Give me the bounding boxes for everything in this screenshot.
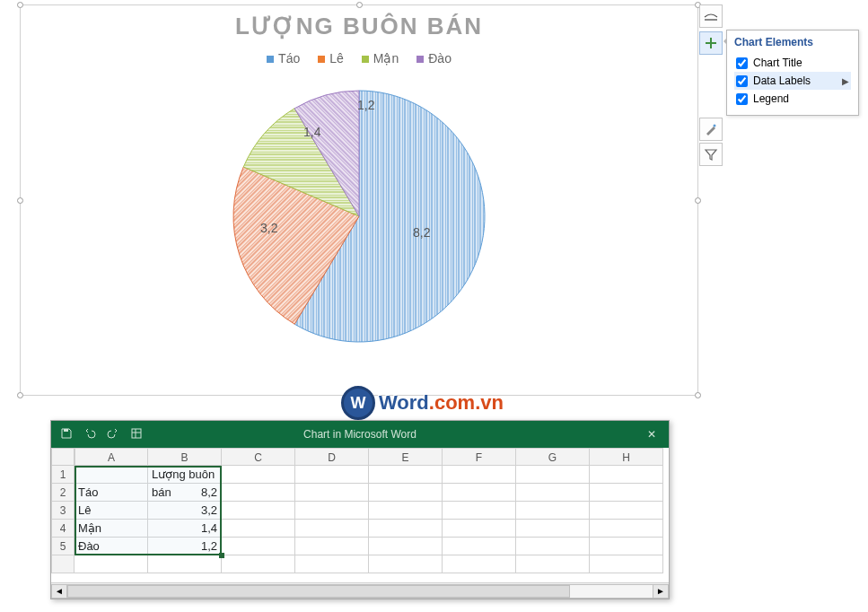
fill-handle[interactable] [219, 553, 224, 558]
cell[interactable] [590, 484, 663, 502]
row-header[interactable]: 3 [51, 502, 75, 520]
column-header[interactable]: B [148, 448, 222, 466]
chart-data-window[interactable]: Chart in Microsoft Word ✕ ABCDEFGH 1Lượn… [50, 420, 670, 599]
cell[interactable] [222, 555, 295, 573]
data-label[interactable]: 1,2 [357, 98, 374, 112]
cell[interactable] [369, 538, 443, 555]
data-label[interactable]: 1,4 [303, 125, 320, 139]
resize-handle[interactable] [17, 197, 23, 204]
excel-titlebar[interactable]: Chart in Microsoft Word ✕ [51, 421, 669, 448]
chart-title[interactable]: LƯỢNG BUÔN BÁN [21, 13, 697, 40]
resize-handle[interactable] [17, 392, 23, 398]
cell[interactable] [222, 466, 295, 484]
chart-element-option[interactable]: Chart Title [734, 54, 851, 72]
column-header[interactable]: H [590, 448, 663, 466]
cell[interactable] [590, 502, 663, 520]
cell[interactable] [443, 484, 516, 502]
checkbox[interactable] [736, 57, 748, 69]
pie-chart[interactable]: 8,23,21,41,2 [224, 82, 494, 351]
scrollbar-track[interactable] [67, 584, 653, 599]
column-header[interactable]: C [222, 448, 295, 466]
cell[interactable] [516, 484, 590, 502]
legend-item[interactable]: Mận [362, 51, 399, 66]
cell[interactable] [222, 502, 295, 520]
cell[interactable]: 8,2 [148, 484, 222, 502]
row-header[interactable]: 5 [51, 538, 75, 555]
cell[interactable] [222, 520, 295, 538]
chart-legend[interactable]: TáoLêMậnĐào [21, 51, 697, 66]
resize-handle[interactable] [695, 392, 701, 398]
scroll-right-button[interactable]: ► [653, 584, 669, 599]
cell[interactable] [443, 466, 516, 484]
cell[interactable]: 3,2 [148, 502, 222, 520]
cell[interactable] [443, 538, 516, 555]
cell[interactable]: 1,4 [148, 520, 222, 538]
cell[interactable] [443, 520, 516, 538]
column-header[interactable]: A [75, 448, 148, 466]
cell[interactable] [369, 520, 443, 538]
cell[interactable] [295, 520, 369, 538]
cell[interactable] [295, 555, 369, 573]
select-all-cell[interactable] [51, 448, 75, 466]
save-icon[interactable] [60, 427, 73, 442]
cell[interactable] [443, 555, 516, 573]
cell[interactable]: Lượng buôn bán [148, 466, 222, 484]
checkbox[interactable] [736, 93, 748, 105]
cell[interactable] [148, 555, 222, 573]
cell[interactable]: Đào [75, 538, 148, 555]
redo-icon[interactable] [107, 427, 119, 442]
row-header[interactable]: 2 [51, 484, 75, 502]
checkbox[interactable] [736, 75, 748, 87]
data-label[interactable]: 8,2 [413, 225, 430, 240]
row-header[interactable]: 4 [51, 520, 75, 538]
chart-styles-button[interactable] [699, 118, 723, 141]
cell[interactable] [590, 520, 663, 538]
data-label[interactable]: 3,2 [260, 221, 277, 235]
cell[interactable] [516, 538, 590, 555]
cell[interactable] [369, 466, 443, 484]
excel-grid[interactable]: ABCDEFGH 1Lượng buôn bán2Táo8,23Lê3,24Mậ… [51, 448, 669, 573]
cell[interactable] [516, 555, 590, 573]
cell[interactable] [590, 538, 663, 555]
undo-icon[interactable] [83, 427, 96, 442]
cell[interactable] [222, 484, 295, 502]
column-header[interactable]: D [295, 448, 369, 466]
chart-element-option[interactable]: Legend [734, 90, 851, 108]
row-header[interactable] [51, 555, 75, 573]
cell[interactable]: Lê [75, 502, 148, 520]
resize-handle[interactable] [17, 2, 23, 8]
layout-options-button[interactable] [699, 4, 723, 28]
chart-filters-button[interactable] [699, 143, 723, 166]
cell[interactable] [369, 484, 443, 502]
cell[interactable] [295, 502, 369, 520]
cell[interactable] [369, 555, 443, 573]
cell[interactable]: Mận [75, 520, 148, 538]
row-header[interactable]: 1 [51, 466, 75, 484]
cell[interactable] [590, 555, 663, 573]
column-header[interactable]: G [516, 448, 590, 466]
cell[interactable]: Táo [75, 484, 148, 502]
cell[interactable]: 1,2 [148, 538, 222, 555]
cell[interactable] [590, 466, 663, 484]
resize-handle[interactable] [695, 197, 701, 204]
legend-item[interactable]: Đào [416, 51, 452, 66]
cell[interactable] [75, 466, 148, 484]
chart-element-option[interactable]: Data Labels▶ [734, 72, 851, 90]
cell[interactable] [516, 466, 590, 484]
sheet-icon[interactable] [130, 427, 143, 442]
resize-handle[interactable] [356, 2, 363, 8]
scroll-left-button[interactable]: ◄ [51, 584, 67, 599]
cell[interactable] [222, 538, 295, 555]
cell[interactable] [295, 538, 369, 555]
legend-item[interactable]: Táo [267, 51, 300, 66]
chevron-right-icon[interactable]: ▶ [842, 76, 849, 86]
scrollbar-thumb[interactable] [67, 585, 570, 598]
column-header[interactable]: E [369, 448, 443, 466]
legend-item[interactable]: Lê [318, 51, 344, 66]
cell[interactable] [516, 520, 590, 538]
column-header[interactable]: F [443, 448, 516, 466]
close-button[interactable]: ✕ [635, 428, 669, 441]
cell[interactable] [295, 484, 369, 502]
cell[interactable] [295, 466, 369, 484]
horizontal-scrollbar[interactable]: ◄ ► [51, 582, 669, 599]
